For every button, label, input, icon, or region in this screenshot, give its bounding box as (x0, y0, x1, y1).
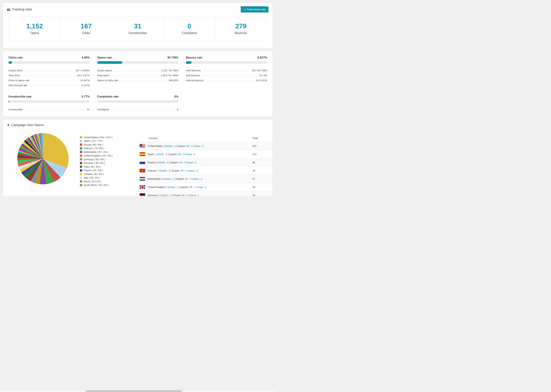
details-link[interactable]: Details › (160, 194, 170, 196)
country-total: 67 (252, 177, 273, 180)
stat-unsubscribes-label: Unsubscribes (128, 31, 147, 35)
details-link[interactable]: Details › (158, 161, 167, 164)
export-all-link[interactable]: All › (185, 177, 189, 180)
stat-opens-label: Opens (30, 31, 39, 35)
unsubscribe-rate-progressbar (8, 100, 90, 103)
details-link[interactable]: Details › (159, 169, 168, 172)
complaints-rate-progressbar (97, 100, 178, 103)
legend-label: Netherlands ( 67 / 4% ) (84, 151, 108, 154)
stat-complaints-label: Complaints (182, 31, 197, 35)
export-unique-link[interactable]: Unique › (185, 161, 195, 164)
export-unique-link[interactable]: Unique › (187, 169, 196, 172)
geo-table-row-germany: Germany [Details ›] [Export:All ›/Unique… (138, 191, 273, 196)
rate-row: Unique opens1,152 / 30.736% (97, 67, 178, 72)
opens-rate-title: Opens rate (97, 56, 112, 59)
tracking-stats-header: Tracking stats Export basic stats (3, 3, 273, 15)
rate-row-value: 18 / 0% (259, 74, 267, 77)
export-all-link[interactable]: All › (186, 145, 191, 147)
legend-swatch (80, 136, 82, 138)
geo-table-row-vietnam: Vietnam [Details ›] [Export:All ›/Unique… (138, 167, 273, 175)
country-total: 541 (252, 145, 273, 147)
legend-item: France ( 42 / 2% ) (80, 169, 131, 172)
country-name: Russia (148, 161, 155, 164)
export-unique-link[interactable]: Unique › (184, 153, 194, 156)
rate-row-value: 0 (177, 108, 178, 111)
rate-row-value: 1,152 / 30.736% (161, 69, 178, 72)
rate-row-label: Total clicks (8, 74, 20, 77)
rate-row-label: Click through rate (8, 84, 27, 87)
legend-item: Italy ( 36 / 2% ) (80, 176, 131, 180)
country-name: Netherlands (148, 177, 161, 180)
vietnam-flag-icon (140, 169, 145, 173)
dotted-leader (205, 81, 255, 81)
rate-row-label: Soft bounces (186, 74, 200, 77)
opens-rate-progress-fill (97, 61, 122, 64)
country-total: 55 (252, 194, 273, 196)
rate-panel-clicks: Clicks rate 4.46% Unique clicks167 / 4.4… (8, 56, 90, 87)
legend-swatch (80, 147, 82, 149)
legend-item: Netherlands ( 67 / 4% ) (80, 150, 131, 154)
export-unique-link[interactable]: Unique › (193, 145, 202, 147)
export-all-link[interactable]: All › (178, 153, 182, 156)
legend-label: United States ( 541 / 31% ) (84, 136, 113, 139)
legend-item: Germany ( 55 / 3% ) (80, 158, 131, 161)
rate-row-label: Hard bounces (186, 69, 201, 72)
rate-row: Soft bounces18 / 0% (186, 72, 267, 77)
export-all-link[interactable]: All › (179, 161, 184, 164)
geo-opens-title: Campaign Geo Opens (7, 123, 44, 127)
export-unique-link[interactable]: Unique › (191, 177, 201, 180)
export-all-link[interactable]: All › (181, 169, 185, 172)
rate-row-label: Clicks to opens rate (8, 79, 29, 82)
geo-opens-card: Campaign Geo Opens United States ( 541 /… (3, 119, 273, 196)
stat-opens-value: 1,152 (26, 23, 43, 30)
geo-content: United States ( 541 / 31% ) Spain ( 121 … (3, 129, 273, 196)
legend-item: Canada ( 40 / 2% ) (80, 172, 131, 176)
legend-swatch (80, 169, 82, 172)
rate-row-label: Complaints (97, 108, 109, 111)
clicks-rate-value: 4.46% (82, 56, 90, 59)
details-link[interactable]: Details › (168, 186, 177, 189)
summary-stats-row: 1,152 Opens 167 Clicks 31 Unsubscribes 0… (9, 17, 267, 41)
export-unique-link[interactable]: Unique › (195, 186, 205, 189)
details-link[interactable]: Details › (163, 177, 172, 180)
rate-panel-complaints: Complaints rate 0% Complaints0 (97, 95, 178, 111)
stat-bounces-value: 279 (235, 23, 247, 30)
export-unique-link[interactable]: Unique › (188, 194, 198, 196)
details-link[interactable]: Details › (156, 153, 165, 156)
rate-row-label: Total opens (97, 74, 110, 77)
geo-table-row-russia: Russia [Details ›] [Export:All ›/Unique … (138, 158, 273, 167)
geo-legend: United States ( 541 / 31% ) Spain ( 121 … (80, 135, 131, 187)
export-all-link[interactable]: All › (189, 186, 193, 189)
legend-swatch (80, 184, 82, 186)
legend-label: Germany ( 55 / 3% ) (84, 158, 105, 161)
rate-row-value: 14.497% (80, 79, 90, 82)
export-label: Export: (173, 194, 181, 196)
legend-label: Canada ( 40 / 2% ) (84, 173, 104, 175)
geo-table: Country Total United States [Details ›] … (138, 134, 273, 196)
tracking-stats-title-text: Tracking stats (12, 7, 32, 11)
rate-row-label: Opens to clicks rate (97, 79, 118, 82)
rate-row-value: 689.82% (169, 79, 178, 82)
geo-table-row-united-kingdom: United Kingdom [Details ›] [Export:All ›… (138, 183, 273, 191)
rate-row-value: 19 / 6.81% (256, 79, 267, 82)
export-label: Export: (172, 169, 180, 172)
country-name: Vietnam (148, 169, 157, 172)
clicks-rate-title: Clicks rate (8, 56, 23, 59)
export-label: Export: (181, 186, 188, 189)
clicks-rate-progress-fill (8, 61, 12, 64)
legend-label: Spain ( 121 / 7% ) (84, 140, 103, 142)
country-total: 79 (252, 169, 273, 172)
export-basic-stats-button[interactable]: Export basic stats (241, 6, 269, 13)
legend-swatch (80, 140, 82, 142)
rates-grid: Clicks rate 4.46% Unique clicks167 / 4.4… (8, 56, 267, 111)
united-kingdom-flag-icon (140, 185, 145, 189)
export-icon (243, 8, 246, 11)
details-link[interactable]: Details › (165, 145, 174, 147)
country-name: Germany (148, 194, 158, 196)
rate-row-value: 242 / 86.738% (252, 69, 267, 72)
dotted-leader (23, 71, 75, 71)
export-all-link[interactable]: All › (182, 194, 186, 196)
geo-table-header: Country Total (138, 134, 273, 142)
legend-item: Vietnam ( 79 / 5% ) (80, 147, 131, 150)
rate-row-value: 2,303 / 61.446% (161, 74, 178, 77)
